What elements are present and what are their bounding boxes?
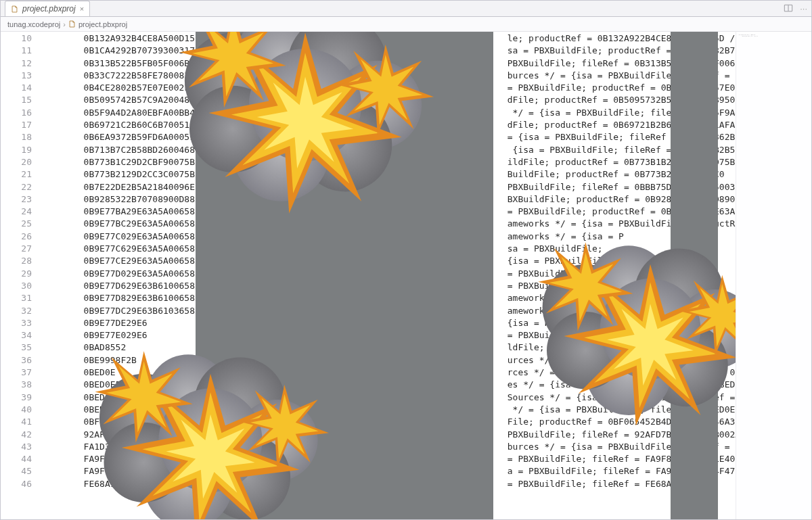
line-number: 17 [1,119,32,131]
line-number: 43 [1,441,32,453]
tab-title: project.pbxproj [22,4,76,14]
line-number: 16 [1,107,32,119]
more-actions-icon[interactable]: ··· [800,3,807,15]
line-number: 10 [1,32,32,45]
obscured-region [671,32,718,519]
close-icon[interactable]: × [80,5,84,13]
line-number: 45 [1,465,32,477]
line-number: 13 [1,70,32,82]
breadcrumb-file[interactable]: project.pbxproj [78,20,127,28]
line-number: 44 [1,453,32,465]
line-number: 24 [1,206,32,218]
line-number: 46 [1,478,32,490]
editor-body: 1011121314151617181920212223242526272829… [1,32,811,519]
tab-bar: project.pbxproj × ··· [1,1,811,17]
line-number: 33 [1,317,32,329]
chevron-right-icon: › [63,20,66,28]
line-number: 38 [1,379,32,391]
line-number: 28 [1,255,32,267]
line-number: 21 [1,168,32,181]
obscured-region [196,32,493,519]
split-editor-icon[interactable] [784,3,793,15]
line-number: 35 [1,341,32,354]
line-gutter: 1011121314151617181920212223242526272829… [1,32,41,519]
breadcrumb[interactable]: tunag.xcodeproj › project.pbxproj [1,17,811,32]
line-number: 25 [1,218,32,230]
line-number: 29 [1,268,32,280]
line-number: 32 [1,305,32,317]
line-number: 34 [1,329,32,341]
line-number: 37 [1,367,32,379]
line-number: 12 [1,57,32,70]
line-number: 41 [1,416,32,428]
line-number: 23 [1,193,32,206]
line-number: 11 [1,45,32,57]
line-number: 36 [1,354,32,367]
line-number: 40 [1,404,32,416]
line-number: 14 [1,82,32,94]
file-icon [11,5,18,13]
line-number: 31 [1,292,32,304]
line-number: 15 [1,94,32,106]
line-number: 18 [1,131,32,143]
line-number: 19 [1,144,32,156]
file-icon [68,20,76,28]
editor-window: project.pbxproj × ··· tunag.xcodeproj › … [0,0,812,520]
file-tab[interactable]: project.pbxproj × [5,1,90,16]
line-number: 27 [1,243,32,255]
line-number: 20 [1,156,32,168]
tabbar-actions: ··· [784,3,807,15]
line-number: 39 [1,392,32,404]
code-area[interactable]: 0B132A932B4CE8A500D1515D /* le; productR… [41,32,736,519]
line-number: 22 [1,181,32,193]
minimap[interactable]: .#!0XW$VOG3K1!"@BM)& +K45)A6T#3(V)C,Q(J5… [736,32,811,519]
breadcrumb-parent[interactable]: tunag.xcodeproj [7,20,60,28]
line-number: 30 [1,280,32,292]
line-number: 42 [1,429,32,441]
line-number: 26 [1,231,32,243]
